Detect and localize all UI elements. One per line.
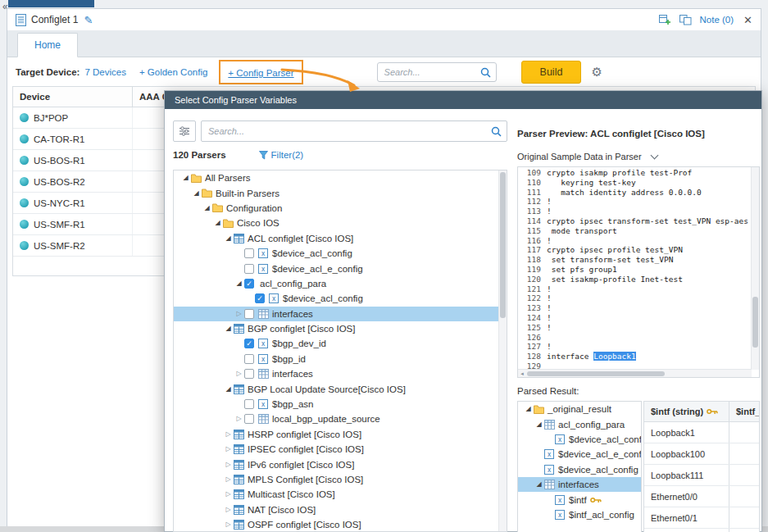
tree-item[interactable]: ▷NAT [Cisco IOS] [174, 502, 507, 517]
table-row[interactable]: Loopback1 [644, 422, 759, 443]
tree-expanded-icon[interactable]: ◢ [180, 174, 191, 182]
export-table-icon[interactable] [659, 14, 671, 25]
scrollbar-thumb[interactable] [752, 297, 758, 348]
checkbox-checked-icon[interactable]: ✓ [244, 339, 254, 348]
tree-item[interactable]: ✓x$bgp_dev_id [174, 336, 507, 351]
dialog-titlebar[interactable]: Select Config Parser Variables [165, 91, 761, 109]
filter-funnel-icon[interactable] [259, 151, 268, 160]
table-row[interactable]: Loopback100 [644, 443, 759, 465]
tree-item[interactable]: ✓x$device_acl_config [174, 291, 507, 306]
gear-icon[interactable]: ⚙ [591, 65, 602, 80]
devices-count-link[interactable]: 7 Devices [84, 67, 126, 77]
build-button[interactable]: Build [521, 61, 582, 84]
tree-collapsed-icon[interactable]: ▷ [223, 490, 234, 498]
search-icon[interactable] [480, 67, 491, 78]
tree-item[interactable]: ◢All Parsers [174, 171, 507, 185]
checkbox-unchecked-icon[interactable] [244, 414, 254, 424]
tree-expanded-icon[interactable]: ◢ [212, 219, 223, 227]
advanced-filter-button[interactable] [173, 120, 196, 142]
tree-item[interactable]: ▷interfaces [174, 307, 507, 321]
table-row[interactable] [644, 529, 759, 532]
table-row[interactable]: Ethernet0/0 [644, 486, 759, 507]
tree-item[interactable]: x$intf [518, 492, 641, 507]
parser-search-input[interactable] [201, 120, 507, 142]
add-config-parser-link[interactable]: + Config Parser [219, 60, 302, 84]
tree-item[interactable]: x$device_acl_e_config [174, 261, 507, 275]
scrollbar-thumb[interactable] [527, 371, 665, 376]
tree-item[interactable]: x$bgp_asn [174, 397, 507, 412]
sample-config-viewer[interactable]: 109crypto isakmp profile test-Prof110 ke… [517, 166, 760, 378]
tree-expanded-icon[interactable]: ◢ [534, 421, 544, 429]
device-column-header[interactable]: Device [13, 87, 133, 107]
tree-item[interactable]: ▷IPv6 configlet [Cisco IOS] [174, 457, 507, 471]
tree-collapsed-icon[interactable]: ▷ [234, 310, 244, 318]
tree-item[interactable]: ◢✓acl_config_para [174, 276, 507, 291]
tree-item[interactable]: ◢BGP configlet [Cisco IOS] [174, 321, 507, 336]
tree-expanded-icon[interactable]: ◢ [223, 234, 234, 243]
tree-item[interactable]: ▷HSRP configlet [Cisco IOS] [174, 427, 507, 442]
tree-collapsed-icon[interactable]: ▷ [223, 445, 234, 453]
checkbox-checked-icon[interactable]: ✓ [255, 293, 265, 303]
checkbox-unchecked-icon[interactable] [244, 248, 254, 258]
tree-item[interactable]: ▷OSPF configlet [Cisco IOS] [174, 517, 507, 532]
tree-item[interactable]: ▷Multicast [Cisco IOS] [174, 487, 507, 502]
tree-collapsed-icon[interactable]: ▷ [234, 415, 244, 423]
tree-item[interactable]: ▷MPLS Configlet [Cisco IOS] [174, 472, 507, 487]
tree-item[interactable]: ▷IPSEC configlet [Cisco IOS] [174, 442, 507, 457]
tree-item[interactable]: x$intf_acl_config [518, 507, 641, 522]
checkbox-unchecked-icon[interactable] [244, 399, 254, 409]
tree-item[interactable]: ◢Configuration [174, 201, 507, 216]
search-icon[interactable] [491, 126, 502, 137]
intf-acl-column-header[interactable]: $intf_a [729, 402, 760, 421]
tree-item[interactable]: ◢Cisco IOS [174, 216, 507, 230]
split-view-icon[interactable] [679, 15, 692, 25]
tree-item[interactable]: x$device_acl_config [518, 462, 641, 477]
tree-collapsed-icon[interactable]: ▷ [223, 521, 234, 529]
tree-item[interactable]: ▷local_bgp_update_source [174, 412, 507, 426]
scroll-left-arrow-icon[interactable]: ◄ [520, 371, 525, 376]
edit-pencil-icon[interactable]: ✎ [84, 14, 93, 26]
tree-scrollbar[interactable] [498, 171, 507, 531]
note-link[interactable]: Note (0) [700, 15, 734, 25]
tree-item[interactable]: ◢ACL configlet [Cisco IOS] [174, 231, 507, 246]
tree-item[interactable]: ▷interfaces [174, 366, 507, 381]
tree-collapsed-icon[interactable]: ▷ [223, 461, 234, 469]
scrollbar-thumb[interactable] [500, 172, 506, 318]
tree-expanded-icon[interactable]: ◢ [202, 204, 212, 212]
checkbox-checked-icon[interactable]: ✓ [244, 279, 254, 289]
tree-item[interactable]: ◢BGP Local Update Source[Cisco IOS] [174, 381, 507, 396]
checkbox-unchecked-icon[interactable] [244, 369, 254, 379]
table-row[interactable]: Loopback111 [644, 465, 759, 486]
filter-link[interactable]: Filter(2) [271, 150, 304, 160]
tree-item[interactable]: x$device_acl_config [518, 432, 641, 447]
tree-item[interactable]: ◢acl_config_para [518, 416, 641, 431]
tree-item[interactable]: ◢interfaces [518, 477, 641, 492]
checkbox-unchecked-icon[interactable] [244, 354, 254, 364]
tree-collapsed-icon[interactable]: ▷ [223, 430, 234, 439]
tree-item[interactable]: x$bgp_id [174, 352, 507, 366]
search-input[interactable] [377, 62, 497, 82]
tree-item[interactable]: x$device_acl_config [174, 246, 507, 261]
tree-expanded-icon[interactable]: ◢ [234, 280, 244, 288]
intf-column-header[interactable]: $intf (string) [644, 402, 729, 421]
checkbox-unchecked-icon[interactable] [244, 309, 254, 319]
tree-item[interactable]: ◢_original_result [518, 402, 641, 416]
checkbox-unchecked-icon[interactable] [244, 264, 254, 274]
tree-expanded-icon[interactable]: ◢ [191, 189, 202, 198]
add-golden-config-link[interactable]: + Golden Config [139, 67, 207, 77]
close-icon[interactable]: ✕ [743, 14, 752, 26]
tree-expanded-icon[interactable]: ◢ [534, 480, 544, 489]
tree-expanded-icon[interactable]: ◢ [223, 325, 234, 333]
tab-home[interactable]: Home [17, 33, 78, 57]
tree-collapsed-icon[interactable]: ▷ [234, 370, 244, 378]
code-vertical-scrollbar[interactable] [751, 167, 759, 370]
tree-expanded-icon[interactable]: ◢ [523, 405, 534, 413]
tree-item[interactable]: ◢Built-in Parsers [174, 185, 507, 200]
tree-collapsed-icon[interactable]: ▷ [223, 475, 234, 484]
table-row[interactable]: Ethernet0/1 [644, 507, 759, 529]
code-horizontal-scrollbar[interactable]: ◄ [518, 369, 752, 377]
tree-expanded-icon[interactable]: ◢ [223, 385, 234, 393]
chevron-down-icon[interactable] [650, 152, 658, 160]
tree-collapsed-icon[interactable]: ▷ [223, 506, 234, 514]
tree-item[interactable]: x$device_acl_e_config [518, 447, 641, 462]
